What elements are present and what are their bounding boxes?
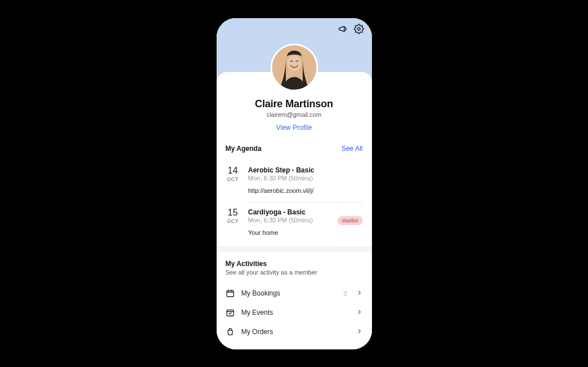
activities-row-orders[interactable]: My Orders — [226, 322, 363, 341]
activities-heading: My Activities — [226, 260, 363, 268]
activities-row-count: 3 — [343, 290, 346, 297]
waitlist-badge: Waitlist — [337, 216, 363, 225]
agenda-header: My Agenda See All — [226, 145, 363, 153]
chevron-right-icon — [356, 307, 363, 318]
top-icons — [338, 24, 364, 34]
agenda-title: Cardiyoga - Basic — [248, 208, 363, 216]
agenda-location: http://aerobic.zoom.vil/j/ — [248, 187, 363, 194]
avatar-image — [272, 45, 316, 90]
svg-rect-7 — [227, 310, 234, 316]
activities-header: My Activities See all your activity as a… — [217, 252, 372, 279]
bag-icon — [226, 327, 235, 336]
gear-icon[interactable] — [354, 24, 364, 34]
agenda-month: OCT — [226, 176, 240, 182]
agenda-heading: My Agenda — [226, 145, 262, 153]
see-all-link[interactable]: See All — [341, 145, 362, 153]
profile-card: Claire Martinson clairem@gmail.com View … — [217, 72, 372, 140]
agenda-subtitle: Mon, 6:30 PM (50mins) — [248, 175, 363, 182]
agenda-title: Aerobic Step - Basic — [248, 166, 363, 174]
chevron-right-icon — [356, 288, 363, 298]
calendar-icon — [226, 289, 235, 298]
svg-rect-3 — [227, 290, 234, 297]
activities-subtitle: See all your activity as a member — [226, 269, 363, 276]
svg-point-2 — [287, 55, 301, 71]
activities-row-label: My Bookings — [242, 289, 337, 297]
phone-frame: Claire Martinson clairem@gmail.com View … — [212, 14, 377, 354]
megaphone-icon[interactable] — [338, 24, 348, 34]
agenda-date: 14 OCT — [226, 166, 240, 194]
activities-row-label: My Orders — [242, 328, 349, 336]
chevron-right-icon — [356, 327, 363, 337]
svg-point-0 — [357, 27, 360, 30]
activities-row-events[interactable]: My Events — [226, 303, 363, 322]
calendar-check-icon — [226, 308, 235, 317]
agenda-month: OCT — [226, 218, 240, 224]
agenda-section: My Agenda See All 14 OCT Aerobic Step - … — [217, 145, 372, 244]
activities-row-label: My Events — [242, 309, 349, 317]
agenda-date: 15 OCT — [226, 208, 240, 236]
agenda-location: Your home — [248, 229, 363, 236]
view-profile-link[interactable]: View Profile — [276, 124, 312, 132]
agenda-body: Cardiyoga - Basic Mon, 6:30 PM (50mins) … — [248, 208, 363, 236]
profile-meta: Claire Martinson clairem@gmail.com View … — [217, 98, 372, 140]
agenda-body: Aerobic Step - Basic Mon, 6:30 PM (50min… — [248, 166, 363, 194]
avatar[interactable] — [270, 44, 318, 91]
agenda-item[interactable]: 14 OCT Aerobic Step - Basic Mon, 6:30 PM… — [226, 161, 363, 202]
section-gap — [217, 246, 372, 252]
agenda-item[interactable]: 15 OCT Cardiyoga - Basic Mon, 6:30 PM (5… — [226, 203, 363, 244]
agenda-day: 14 — [226, 166, 240, 175]
activities-list: My Bookings 3 My Events — [217, 279, 372, 341]
activities-row-bookings[interactable]: My Bookings 3 — [226, 284, 363, 303]
app-screen: Claire Martinson clairem@gmail.com View … — [217, 18, 372, 349]
profile-email: clairem@gmail.com — [223, 111, 365, 118]
profile-name: Claire Martinson — [223, 98, 365, 110]
agenda-day: 15 — [226, 208, 240, 217]
